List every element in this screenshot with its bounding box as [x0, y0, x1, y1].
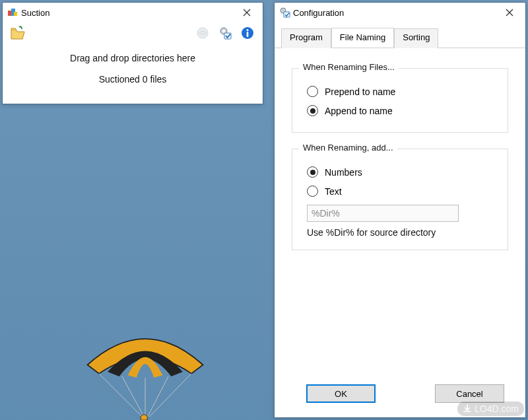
configuration-window: Configuration Program File Naming Sortin… [274, 2, 526, 418]
watermark: LO4D.com [457, 402, 524, 416]
tab-file-naming[interactable]: File Naming [331, 28, 394, 48]
info-icon [240, 26, 255, 40]
svg-line-1 [122, 376, 144, 417]
group-rename-files: When Renaming Files... Prepend to name A… [292, 68, 508, 133]
main-toolbar [3, 22, 263, 44]
config-close-button[interactable] [496, 5, 523, 20]
download-icon [463, 404, 472, 413]
refresh-button[interactable] [194, 24, 211, 42]
radio-icon [307, 105, 318, 116]
gear-check-icon [218, 26, 232, 40]
config-tabs: Program File Naming Sorting [275, 22, 525, 48]
radio-label: Append to name [325, 106, 393, 116]
close-icon [506, 9, 513, 17]
ok-button[interactable]: OK [306, 384, 376, 403]
group-rename-add: When Renaming, add... Numbers Text Use %… [292, 149, 508, 250]
globe-refresh-icon [195, 26, 210, 40]
dialog-buttons: OK Cancel [275, 384, 525, 403]
config-window-title: Configuration [290, 8, 496, 18]
main-close-button[interactable] [234, 5, 260, 20]
open-folder-button[interactable] [9, 24, 26, 42]
suction-app-icon [7, 7, 18, 18]
group-rename-files-legend: When Renaming Files... [299, 62, 399, 72]
svg-line-3 [148, 376, 169, 417]
svg-line-4 [149, 374, 191, 417]
radio-icon [307, 166, 318, 178]
radio-numbers[interactable]: Numbers [304, 162, 496, 182]
rename-hint: Use %Dir% for source directory [304, 222, 496, 238]
open-folder-icon [10, 26, 26, 40]
radio-icon [307, 86, 318, 97]
main-window-title: Suction [18, 8, 234, 18]
radio-append[interactable]: Append to name [304, 101, 496, 120]
cancel-button[interactable]: Cancel [435, 384, 504, 403]
radio-label: Prepend to name [325, 87, 395, 97]
group-rename-add-legend: When Renaming, add... [299, 143, 397, 153]
svg-rect-18 [247, 32, 249, 37]
radio-prepend[interactable]: Prepend to name [304, 82, 496, 101]
drop-message[interactable]: Drag and drop directories here [3, 44, 263, 67]
tab-program[interactable]: Program [281, 28, 331, 48]
radio-text[interactable]: Text [304, 182, 496, 201]
svg-point-17 [247, 29, 249, 31]
settings-button[interactable] [216, 24, 234, 42]
desktop-background: Suction [0, 0, 528, 420]
radio-icon [307, 186, 318, 197]
main-titlebar[interactable]: Suction [3, 3, 263, 22]
config-app-icon [279, 7, 290, 18]
svg-point-14 [222, 30, 225, 32]
rename-text-input[interactable] [307, 205, 459, 222]
watermark-text: LO4D.com [475, 403, 519, 414]
svg-line-0 [99, 374, 143, 417]
radio-label: Numbers [325, 167, 362, 178]
config-body: When Renaming Files... Prepend to name A… [275, 48, 525, 278]
parachute-graphic [66, 330, 224, 420]
suction-main-window: Suction [2, 2, 263, 104]
close-icon [243, 9, 251, 17]
tab-sorting[interactable]: Sorting [394, 28, 438, 48]
config-titlebar[interactable]: Configuration [275, 3, 525, 22]
status-text: Suctioned 0 files [3, 67, 263, 91]
svg-rect-9 [14, 12, 17, 16]
svg-point-5 [141, 415, 148, 420]
info-button[interactable] [239, 24, 256, 42]
radio-label: Text [325, 186, 342, 197]
